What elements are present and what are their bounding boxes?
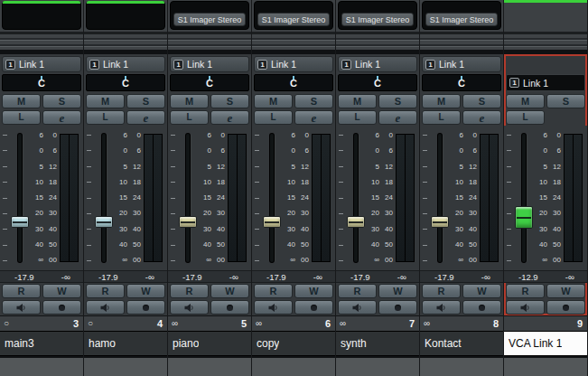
insert-slot[interactable]: S1 Imager Stereo: [341, 13, 414, 26]
monitor-button[interactable]: [338, 300, 377, 315]
rack-fader-splitter[interactable]: [504, 34, 587, 54]
channel-name-field[interactable]: copy: [252, 331, 335, 356]
listen-button[interactable]: L: [422, 110, 461, 125]
read-automation-button[interactable]: R: [2, 284, 41, 298]
fader-handle[interactable]: [263, 216, 281, 228]
edit-channel-button[interactable]: e: [378, 110, 417, 125]
link-group-button[interactable]: 1 Link 1: [422, 56, 501, 72]
fader-handle[interactable]: [95, 216, 113, 228]
mute-button[interactable]: M: [506, 94, 545, 108]
record-enable-button[interactable]: [378, 300, 417, 315]
read-automation-button[interactable]: R: [338, 284, 377, 298]
rack-fader-splitter[interactable]: [252, 34, 335, 54]
mute-button[interactable]: M: [254, 94, 293, 108]
mute-button[interactable]: M: [86, 94, 125, 108]
fader-handle[interactable]: [347, 216, 365, 228]
pan-control[interactable]: C: [86, 74, 165, 91]
write-automation-button[interactable]: W: [462, 284, 501, 298]
read-automation-button[interactable]: R: [254, 284, 293, 298]
peak-meter-value[interactable]: -∞: [469, 272, 503, 282]
peak-meter-value[interactable]: -∞: [301, 272, 335, 282]
fader-handle[interactable]: [515, 206, 533, 229]
monitor-button[interactable]: [2, 300, 41, 315]
monitor-button[interactable]: [422, 300, 461, 315]
mute-button[interactable]: M: [2, 94, 41, 108]
rack-fader-splitter[interactable]: [0, 34, 83, 54]
link-group-button[interactable]: 1 Link 1: [254, 56, 333, 72]
listen-button[interactable]: L: [506, 110, 545, 125]
monitor-button[interactable]: [254, 300, 293, 315]
solo-button[interactable]: S: [546, 94, 585, 108]
fader-handle[interactable]: [11, 216, 29, 228]
monitor-button[interactable]: [170, 300, 209, 315]
read-automation-button[interactable]: R: [506, 284, 545, 298]
record-enable-button[interactable]: [210, 300, 249, 315]
solo-button[interactable]: S: [210, 94, 249, 108]
monitor-button[interactable]: [506, 300, 545, 315]
fader-db-value[interactable]: -17.9: [336, 272, 385, 282]
link-group-button[interactable]: 1 Link 1: [170, 56, 249, 72]
channel-name-field[interactable]: hamo: [84, 331, 167, 356]
insert-slot[interactable]: S1 Imager Stereo: [257, 13, 330, 26]
rack-fader-splitter[interactable]: [336, 34, 419, 54]
channel-name-field[interactable]: Kontact: [420, 331, 503, 356]
record-enable-button[interactable]: [462, 300, 501, 315]
listen-button[interactable]: L: [338, 110, 377, 125]
solo-button[interactable]: S: [126, 94, 165, 108]
write-automation-button[interactable]: W: [126, 284, 165, 298]
peak-meter-value[interactable]: -∞: [217, 272, 251, 282]
write-automation-button[interactable]: W: [546, 284, 585, 298]
write-automation-button[interactable]: W: [378, 284, 417, 298]
fader-db-value[interactable]: -17.9: [0, 272, 49, 282]
fader-db-value[interactable]: -17.9: [84, 272, 133, 282]
monitor-button[interactable]: [86, 300, 125, 315]
record-enable-button[interactable]: [42, 300, 81, 315]
listen-button[interactable]: L: [86, 110, 125, 125]
edit-channel-button[interactable]: e: [210, 110, 249, 125]
channel-name-field[interactable]: piano: [168, 331, 251, 356]
solo-button[interactable]: S: [42, 94, 81, 108]
read-automation-button[interactable]: R: [422, 284, 461, 298]
pan-control[interactable]: C: [254, 74, 333, 91]
insert-slot[interactable]: S1 Imager Stereo: [425, 13, 498, 26]
write-automation-button[interactable]: W: [210, 284, 249, 298]
channel-name-field[interactable]: VCA Link 1: [504, 331, 587, 356]
pan-control[interactable]: C: [2, 74, 81, 91]
read-automation-button[interactable]: R: [170, 284, 209, 298]
record-enable-button[interactable]: [294, 300, 333, 315]
pan-control[interactable]: C: [338, 74, 417, 91]
rack-fader-splitter[interactable]: [168, 34, 251, 54]
peak-meter-value[interactable]: -∞: [553, 272, 587, 282]
mute-button[interactable]: M: [170, 94, 209, 108]
edit-channel-button[interactable]: e: [294, 110, 333, 125]
channel-name-field[interactable]: main3: [0, 331, 83, 356]
listen-button[interactable]: L: [254, 110, 293, 125]
fader-db-value[interactable]: -17.9: [252, 272, 301, 282]
link-group-button[interactable]: 1 Link 1: [338, 56, 417, 72]
mute-button[interactable]: M: [422, 94, 461, 108]
record-enable-button[interactable]: [126, 300, 165, 315]
rack-fader-splitter[interactable]: [420, 34, 503, 54]
listen-button[interactable]: L: [2, 110, 41, 125]
solo-button[interactable]: S: [462, 94, 501, 108]
link-group-button[interactable]: 1 Link 1: [86, 56, 165, 72]
read-automation-button[interactable]: R: [86, 284, 125, 298]
link-group-button[interactable]: 1 Link 1: [2, 56, 81, 72]
vca-link-field[interactable]: 1 Link 1: [506, 74, 585, 91]
record-enable-button[interactable]: [546, 300, 585, 315]
peak-meter-value[interactable]: -∞: [385, 272, 419, 282]
rack-fader-splitter[interactable]: [84, 34, 167, 54]
fader-db-value[interactable]: -12.9: [504, 272, 553, 282]
fader-handle[interactable]: [179, 216, 197, 228]
solo-button[interactable]: S: [378, 94, 417, 108]
peak-meter-value[interactable]: -∞: [133, 272, 167, 282]
write-automation-button[interactable]: W: [42, 284, 81, 298]
edit-channel-button[interactable]: e: [42, 110, 81, 125]
peak-meter-value[interactable]: -∞: [49, 272, 83, 282]
edit-channel-button[interactable]: e: [126, 110, 165, 125]
pan-control[interactable]: C: [422, 74, 501, 91]
listen-button[interactable]: L: [170, 110, 209, 125]
mute-button[interactable]: M: [338, 94, 377, 108]
edit-channel-button[interactable]: e: [462, 110, 501, 125]
pan-control[interactable]: C: [170, 74, 249, 91]
